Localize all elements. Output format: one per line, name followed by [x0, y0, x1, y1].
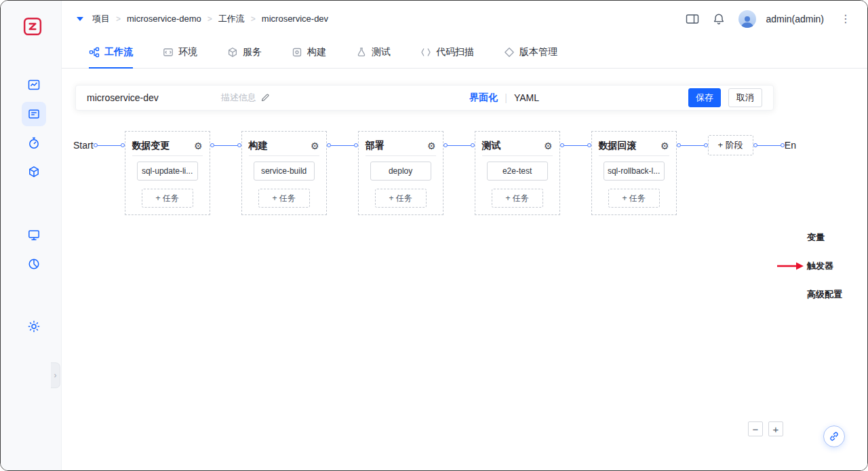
- sidebar-item-reports[interactable]: [22, 252, 46, 276]
- workflow-icon: [89, 47, 100, 58]
- tab-code-scan[interactable]: 代码扫描: [420, 37, 474, 68]
- task-item[interactable]: service-build: [254, 162, 315, 181]
- header-actions: admin(admin) ⋮: [686, 10, 854, 28]
- sidebar-item-delivery[interactable]: [22, 131, 46, 155]
- task-item[interactable]: sql-update-li...: [137, 162, 198, 181]
- pipeline-connector: [210, 143, 241, 147]
- breadcrumb-project-name[interactable]: microservice-demo: [127, 14, 201, 24]
- panel-item-variables[interactable]: 变量: [807, 231, 842, 244]
- zadig-logo[interactable]: [23, 17, 42, 36]
- user-name[interactable]: admin(admin): [766, 14, 824, 24]
- app-window: › 项目 > microservice-demo > 工作流 > microse…: [0, 0, 868, 471]
- pipeline-start-node: Start: [73, 140, 94, 151]
- add-task-button[interactable]: + 任务: [142, 189, 193, 208]
- add-task-button[interactable]: + 任务: [375, 189, 427, 208]
- panel-toggle-icon[interactable]: [686, 13, 699, 25]
- environment-icon: [163, 47, 174, 58]
- stage-settings-gear-icon[interactable]: ⚙: [194, 141, 203, 151]
- tab-environments[interactable]: 环境: [163, 37, 197, 68]
- add-task-button[interactable]: + 任务: [258, 189, 310, 208]
- toolbar-actions: 保存 取消: [688, 88, 762, 107]
- panel-item-advanced-config[interactable]: 高级配置: [807, 288, 842, 301]
- tab-version-management[interactable]: 版本管理: [504, 37, 557, 68]
- task-item[interactable]: deploy: [370, 162, 431, 181]
- breadcrumb-separator: >: [116, 14, 121, 24]
- link-icon: [829, 431, 840, 442]
- service-cube-icon: [227, 47, 238, 58]
- zoom-controls: − +: [748, 421, 783, 436]
- stopwatch-icon: [27, 136, 41, 150]
- breadcrumb-projects[interactable]: 项目: [92, 13, 110, 25]
- share-link-button[interactable]: [823, 426, 845, 447]
- tab-workflows[interactable]: 工作流: [89, 37, 133, 68]
- tab-label: 测试: [372, 46, 391, 58]
- stage-title: 构建: [249, 140, 268, 152]
- stage-settings-gear-icon[interactable]: ⚙: [660, 141, 669, 151]
- zoom-in-button[interactable]: +: [768, 421, 783, 436]
- task-item[interactable]: sql-rollback-l...: [604, 162, 665, 181]
- build-icon: [292, 47, 302, 58]
- project-board-icon: [27, 107, 41, 121]
- stage-title: 数据变更: [132, 140, 170, 152]
- sidebar-item-projects[interactable]: [22, 102, 46, 126]
- yaml-view-option[interactable]: YAML: [514, 92, 539, 103]
- stage-settings-gear-icon[interactable]: ⚙: [544, 141, 553, 151]
- breadcrumb-separator: >: [251, 14, 256, 24]
- description-field[interactable]: 描述信息: [221, 92, 270, 104]
- workflow-editor: microservice-dev 描述信息 界面化 | YAML 保存 取消 S…: [62, 69, 867, 470]
- sidebar-item-settings[interactable]: [22, 314, 46, 339]
- save-button[interactable]: 保存: [688, 88, 721, 107]
- more-menu-icon[interactable]: ⋮: [837, 12, 854, 25]
- monitor-screen-icon: [27, 228, 41, 242]
- ui-view-option[interactable]: 界面化: [469, 92, 498, 104]
- pipeline-connector: [753, 143, 785, 147]
- project-dropdown-caret-icon[interactable]: [77, 17, 83, 21]
- sidebar-item-monitoring[interactable]: [22, 73, 46, 97]
- stage-title: 测试: [482, 140, 501, 152]
- pipeline-connector: [443, 143, 475, 147]
- sidebar-collapse-handle[interactable]: ›: [51, 362, 60, 388]
- pipeline-canvas[interactable]: Start 数据变更 ⚙ sql-update-li... + 任务 构建 ⚙: [62, 69, 797, 470]
- settings-gear-icon: [27, 320, 41, 333]
- stage-settings-gear-icon[interactable]: ⚙: [311, 141, 319, 151]
- tab-services[interactable]: 服务: [227, 37, 262, 68]
- test-flask-icon: [356, 47, 367, 58]
- stage-title: 部署: [366, 140, 384, 152]
- pipeline: Start 数据变更 ⚙ sql-update-li... + 任务 构建 ⚙: [73, 131, 797, 215]
- task-item[interactable]: e2e-test: [487, 162, 548, 181]
- tab-label: 构建: [307, 46, 326, 58]
- description-placeholder: 描述信息: [221, 92, 256, 104]
- add-task-button[interactable]: + 任务: [492, 189, 543, 208]
- pipeline-connector: [327, 143, 358, 147]
- pie-chart-icon: [27, 257, 41, 271]
- tab-label: 代码扫描: [436, 46, 474, 58]
- pipeline-connector: [677, 143, 708, 147]
- cancel-button[interactable]: 取消: [728, 88, 762, 107]
- add-task-button[interactable]: + 任务: [608, 189, 660, 208]
- top-header: 项目 > microservice-demo > 工作流 > microserv…: [62, 1, 867, 37]
- edit-pencil-icon[interactable]: [260, 93, 270, 102]
- tab-builds[interactable]: 构建: [292, 37, 326, 68]
- breadcrumb-workflows[interactable]: 工作流: [218, 13, 245, 25]
- stage-build: 构建 ⚙ service-build + 任务: [241, 131, 327, 215]
- stage-data-rollback: 数据回滚 ⚙ sql-rollback-l... + 任务: [591, 131, 677, 215]
- pipeline-connector: [560, 143, 591, 147]
- add-stage-button[interactable]: + 阶段: [708, 135, 753, 155]
- left-sidebar: ›: [1, 1, 62, 470]
- stage-settings-gear-icon[interactable]: ⚙: [427, 141, 436, 151]
- user-avatar[interactable]: [738, 10, 756, 28]
- tab-label: 版本管理: [519, 46, 557, 58]
- version-tag-icon: [504, 47, 515, 58]
- tab-tests[interactable]: 测试: [356, 37, 391, 68]
- stage-test: 测试 ⚙ e2e-test + 任务: [475, 131, 560, 215]
- right-settings-panel: 变量 触发器 高级配置: [796, 69, 867, 470]
- panel-item-triggers[interactable]: 触发器: [807, 260, 842, 272]
- notification-bell-icon[interactable]: [713, 13, 725, 25]
- zoom-out-button[interactable]: −: [748, 421, 763, 436]
- sidebar-item-artifacts[interactable]: [22, 159, 46, 184]
- stage-title: 数据回滚: [599, 140, 637, 152]
- sidebar-item-insight[interactable]: [22, 223, 46, 247]
- breadcrumb-workflow-name[interactable]: microservice-dev: [262, 14, 328, 24]
- stage-deploy: 部署 ⚙ deploy + 任务: [358, 131, 443, 215]
- view-toggle-divider: |: [505, 92, 507, 103]
